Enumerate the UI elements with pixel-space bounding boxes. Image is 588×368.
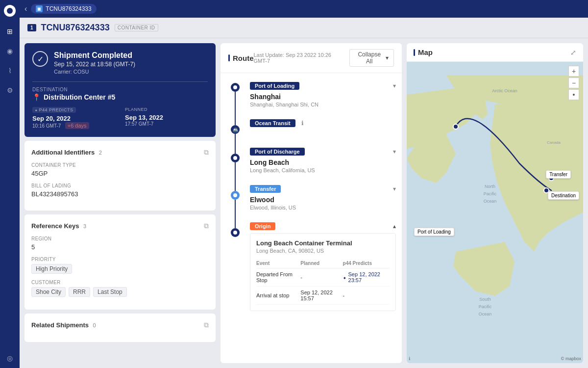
transfer-location: Elwood [250,196,396,204]
origin-expanded-card: Long Beach Container Terminal Long Beach… [250,233,396,311]
predicted-time: 10:16 GMT-7 [32,123,61,129]
related-shipments-count: 0 [93,322,96,328]
svg-text:Arctic Ocean: Arctic Ocean [492,88,517,93]
container-type-field-label: Container Type [31,162,209,168]
top-bar: ‹ ▣ TCNU876324333 [20,0,588,18]
reference-keys-card: Reference Keys 3 ⧉ Region 5 Priority Hig… [24,214,216,310]
map-controls: + − • [568,66,579,100]
region-value: 5 [31,243,209,251]
route-dot-pod [231,154,240,162]
sidebar-icon-settings[interactable]: ⚙ [5,85,15,95]
left-panel: ✓ Shipment Completed Sep 15, 2022 at 18:… [24,43,216,363]
container-type-label: CONTAINER ID [115,24,158,31]
route-item-transfer: Transfer ▾ Elwood Elwood, Illinois, US [220,181,402,218]
related-shipments-icon[interactable]: ⧉ [204,321,209,329]
svg-text:Ocean: Ocean [479,312,492,316]
priority-tag: High Priority [31,264,72,274]
pod-sub: Long Beach, California, US [250,167,396,173]
route-last-update: Last Update: Sep 23 2022 10:26 GMT-7 [254,52,344,64]
map-info-icon[interactable]: ℹ [409,356,410,361]
planned-0: - [300,268,343,287]
map-label-destination: Destination [548,191,579,200]
status-carrier: Carrier: COSU [54,69,135,75]
map-panel: Map ⤢ [407,43,583,363]
reference-keys-copy-icon[interactable]: ⧉ [204,222,209,230]
route-item-origin: Origin ▴ Long Beach Container Terminal L… [220,218,402,319]
pol-collapse-btn[interactable]: ▾ [393,82,396,89]
svg-text:South: South [479,297,491,302]
related-shipments-card: Related Shipments 0 ⧉ [24,314,216,342]
badge-origin: Origin [250,222,275,230]
route-list: Port of Loading ▾ Shanghai Shanghai, Sha… [220,73,402,363]
col-planned: Planned [300,259,343,268]
pod-collapse-btn[interactable]: ▾ [393,148,396,155]
route-item-pol: Port of Loading ▾ Shanghai Shanghai, Sha… [220,78,402,115]
col-p44: p44 Predicts [343,259,390,268]
badge-pod: Port of Discharge [250,148,305,156]
bill-of-lading-value: BL43234895763 [31,190,209,198]
tab-label: TCNU876324333 [46,5,91,12]
svg-text:North: North [485,184,495,189]
route-title: Route [228,54,254,62]
svg-text:Canada: Canada [547,140,561,145]
destination-label: DESTINATION [32,87,208,92]
p44-pred-0: ⬥ Sep 12, 2022 23:57 [343,271,390,283]
svg-text:Pacific: Pacific [479,304,492,309]
transit-info-icon[interactable]: ℹ [301,120,304,127]
event-0: Departed From Stop [256,268,300,287]
destination-icon: 📍 [32,93,41,101]
sidebar-icon-user[interactable]: ◎ [5,353,15,363]
badge-transit: Ocean Transit [250,119,295,127]
transfer-collapse-btn[interactable]: ▾ [393,185,396,192]
app-logo[interactable] [4,5,16,17]
route-dot-pol [231,83,240,92]
reset-button[interactable]: • [568,89,579,100]
collapse-all-button[interactable]: Collapse All ▾ [349,49,394,67]
additional-identifiers-card: Additional Identifiers 2 ⧉ Container Typ… [24,141,216,210]
copy-icon[interactable]: ⧉ [204,148,209,157]
reference-keys-count: 3 [83,223,86,229]
planned-time: 17:57 GMT-7 [125,121,208,127]
origin-collapse-btn[interactable]: ▴ [393,223,396,230]
customer-tags: Shoe City RRR Last Stop [31,287,209,297]
col-event: Event [256,259,300,268]
page-header: 1 TCNU876324333 CONTAINER ID [20,18,588,38]
columns: ✓ Shipment Completed Sep 15, 2022 at 18:… [20,38,588,368]
svg-text:Pacific: Pacific [484,191,497,196]
planned-1: Sep 12, 2022 15:57 [300,287,343,305]
pol-location: Shanghai [250,93,396,101]
customer-tag-0: Shoe City [31,287,66,297]
sidebar-icon-chart[interactable]: ⌇ [5,66,15,76]
zoom-out-button[interactable]: − [568,78,579,88]
map-header: Map ⤢ [407,43,583,62]
chevron-down-icon: ▾ [386,54,389,61]
p44-pred-icon: ⬥ [343,274,346,280]
destination-value: Distribution Center #5 [44,93,115,101]
bill-of-lading-label: Bill of Lading [31,183,209,188]
reference-keys-title: Reference Keys [31,222,79,230]
container-type-value: 45GP [31,170,209,177]
page-title: TCNU876324333 [41,23,110,33]
customer-tag-1: RRR [69,287,90,297]
pol-sub: Shanghai, Shanghai Shi, CN [250,102,396,107]
status-date: Sep 15, 2022 at 18:58 (GMT-7) [54,61,135,68]
route-dot-transit: 🚢 [231,125,240,134]
tab-icon: ▣ [36,5,43,12]
priority-label: Priority [31,257,209,262]
sidebar: ⊞ ◉ ⌇ ⚙ ◎ [0,0,20,368]
origin-events-table: Event Planned p44 Predicts Departed From… [256,259,390,305]
back-button[interactable]: ‹ [24,4,27,13]
tab-pill[interactable]: ▣ TCNU876324333 [31,4,96,14]
map-expand-icon[interactable]: ⤢ [570,49,576,56]
sidebar-icon-eye[interactable]: ◉ [5,46,15,56]
transfer-sub: Elwood, Illinois, US [250,205,396,210]
zoom-in-button[interactable]: + [568,66,579,77]
planned-label: PLANNED [125,107,208,112]
region-label: Region [31,236,209,241]
route-item-transit: 🚢 Ocean Transit ℹ [220,115,402,144]
customer-label: Customer [31,280,209,285]
sidebar-icon-home[interactable]: ⊞ [5,26,15,36]
origin-terminal-name: Long Beach Container Terminal [256,239,390,247]
origin-terminal-address: Long Beach, CA, 90802, US [256,248,390,254]
predicted-date: Sep 20, 2022 [32,115,115,122]
